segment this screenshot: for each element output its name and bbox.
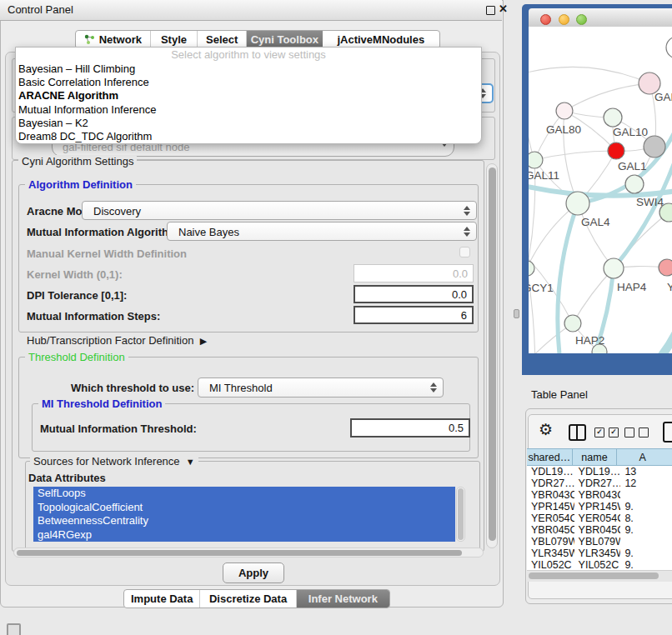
table-cell	[620, 536, 672, 548]
float-panel-icon[interactable]	[486, 6, 495, 15]
algorithm-option[interactable]: Basic Correlation Inference	[16, 76, 481, 89]
attribute-list-item[interactable]: TopologicalCoefficient	[33, 501, 455, 515]
tab-network[interactable]: Network	[76, 31, 151, 48]
network-edge	[534, 151, 616, 160]
control-panel-titlebar: Control Panel ✕	[0, 0, 502, 21]
deselect-all-checkboxes-icon[interactable]	[624, 428, 649, 438]
network-node[interactable]	[644, 136, 665, 158]
network-edge	[529, 67, 649, 83]
network-window-titlebar	[529, 8, 672, 28]
table-row[interactable]: YBR045CYBR045C9.	[527, 524, 672, 536]
network-node-label: HAP2	[575, 334, 604, 347]
tab-infer-network[interactable]: Infer Network	[297, 590, 389, 608]
network-node-label: SWI4	[636, 196, 664, 208]
dock-mini-icon[interactable]	[7, 623, 21, 635]
algorithm-option[interactable]: ARACNE Algorithm	[16, 89, 481, 102]
kernel-width-input[interactable]	[354, 264, 474, 282]
hub-definition-toggle[interactable]: Hub/Transcription Factor Definition ▶	[27, 334, 207, 347]
table-column-header[interactable]: name	[573, 448, 618, 466]
settings-vertical-scrollbar[interactable]	[486, 163, 498, 548]
network-node-gal11[interactable]	[529, 152, 543, 168]
table-row[interactable]: YBL079WYBL079W	[527, 536, 672, 548]
algorithm-option[interactable]: Bayesian – K2	[16, 117, 481, 130]
gear-icon[interactable]: ⚙	[539, 421, 553, 439]
table-row[interactable]: YIL052CYIL052C9.	[527, 559, 672, 570]
panel-divider-grip[interactable]	[514, 309, 519, 318]
tab-select[interactable]: Select	[198, 31, 247, 48]
tab-jactivemnodules[interactable]: jActiveMNodules	[323, 31, 439, 48]
table-cell: 13	[620, 466, 672, 478]
dpi-tolerance-input[interactable]	[354, 285, 474, 303]
network-node-y[interactable]	[659, 259, 672, 276]
table-column-header[interactable]: A	[617, 448, 672, 466]
algorithm-option[interactable]: Dream8 DC_TDC Algorithm	[16, 130, 481, 143]
network-node-gal1[interactable]	[608, 142, 624, 159]
threshold-definition-title: Threshold Definition	[25, 351, 128, 363]
kernel-width-label: Kernel Width (0,1):	[27, 268, 123, 281]
network-edge	[529, 203, 578, 268]
algorithm-dropdown-list: Bayesian – Hill ClimbingBasic Correlatio…	[16, 62, 481, 143]
network-node-hap2[interactable]	[564, 315, 581, 332]
sources-group-title[interactable]: Sources for Network Inference ▼	[30, 455, 198, 468]
table-row[interactable]: YDR27…YDR27…12	[527, 478, 672, 489]
columns-icon[interactable]	[569, 424, 586, 441]
attributes-list-scrollbar[interactable]	[456, 487, 465, 542]
table-row[interactable]: YDL19…YDL19…13	[527, 466, 672, 478]
network-node-gal4[interactable]	[566, 192, 589, 215]
table-row[interactable]: YPR145WYPR145W9.	[527, 501, 672, 512]
network-node-swi4[interactable]	[625, 175, 644, 193]
which-threshold-combo[interactable]: MI Threshold	[198, 378, 444, 398]
table-column-header[interactable]: shared…	[527, 448, 573, 466]
tab-cyni-toolbox[interactable]: Cyni Toolbox	[247, 31, 323, 48]
minimize-traffic-light[interactable]	[559, 14, 569, 25]
attribute-list-item[interactable]: gal4RGexp	[33, 528, 455, 542]
network-canvas[interactable]: GALGAL80GAL10GAL1GAL11SWI4GAL4GCY1HAP4YH…	[529, 27, 672, 353]
network-node-hap4[interactable]	[604, 258, 624, 278]
mi-steps-input[interactable]	[354, 306, 474, 324]
export-table-icon[interactable]	[663, 422, 672, 442]
select-all-checkboxes-icon[interactable]: ✓✓	[594, 428, 619, 438]
network-node-label: GAL11	[529, 169, 559, 182]
tab-impute-data[interactable]: Impute Data	[124, 590, 200, 608]
network-node-gal80[interactable]	[556, 102, 573, 119]
manual-kernel-checkbox[interactable]	[459, 247, 470, 258]
apply-button[interactable]: Apply	[223, 562, 284, 583]
network-node-gcy1[interactable]	[529, 261, 534, 276]
algorithm-option[interactable]: Mutual Information Inference	[16, 103, 481, 117]
algorithm-dropdown-popup: Select algorithm to view settings Bayesi…	[15, 47, 482, 144]
network-node-label: GCY1	[529, 282, 554, 294]
network-node-label: GAL10	[613, 126, 648, 138]
tab-discretize-data[interactable]: Discretize Data	[200, 590, 296, 608]
table-cell: YIL052C	[574, 559, 621, 570]
table-cell: YLR345W	[527, 548, 574, 559]
algorithm-dropdown-placeholder: Select algorithm to view settings	[16, 48, 481, 62]
table-cell: 9.	[620, 559, 672, 570]
node-table: shared…nameAYDL19…YDL19…13YDR27…YDR27…12…	[527, 448, 672, 570]
zoom-traffic-light[interactable]	[576, 14, 587, 25]
table-horizontal-scrollbar[interactable]	[527, 570, 672, 582]
mi-threshold-input[interactable]	[350, 418, 470, 438]
tab-style[interactable]: Style	[151, 31, 198, 48]
aracne-mode-combo[interactable]: Discovery	[82, 201, 477, 220]
table-cell: YBL079W	[574, 536, 621, 548]
table-cell: YBL079W	[527, 536, 574, 548]
mi-type-combo[interactable]: Naive Bayes	[167, 222, 477, 241]
network-icon	[84, 34, 95, 45]
table-cell: YDL19…	[527, 466, 574, 478]
algorithm-option[interactable]: Bayesian – Hill Climbing	[16, 62, 481, 76]
data-attributes-list: SelfLoopsTopologicalCoefficientBetweenne…	[33, 487, 455, 542]
close-panel-icon[interactable]: ✕	[499, 2, 508, 15]
table-row[interactable]: YBR043CYBR043C	[527, 489, 672, 501]
aracne-mode-value: Discovery	[93, 204, 141, 217]
network-node[interactable]	[666, 37, 672, 58]
settings-horizontal-scrollbar[interactable]	[13, 548, 484, 558]
attribute-list-item[interactable]: SelfLoops	[33, 487, 455, 501]
network-node-label: GAL	[654, 91, 672, 103]
attribute-list-item[interactable]: BetweennessCentrality	[33, 514, 455, 528]
table-row[interactable]: YLR345WYLR345W9.	[527, 548, 672, 559]
mi-threshold-label: Mutual Information Threshold:	[40, 422, 197, 435]
table-cell: 9.	[620, 501, 672, 512]
table-row[interactable]: YER054CYER054C8.	[527, 512, 672, 524]
network-node-gal10[interactable]	[604, 108, 622, 127]
close-traffic-light[interactable]	[540, 14, 551, 25]
